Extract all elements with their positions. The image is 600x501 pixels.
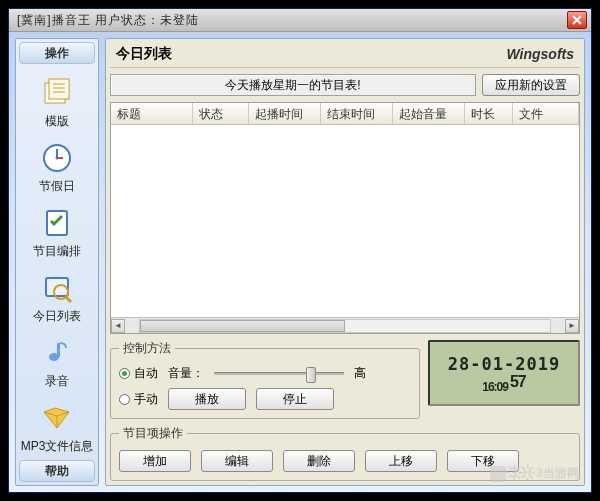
sidebar-items: 模版 节假日 节目编排 xyxy=(16,67,98,457)
move-down-button[interactable]: 下移 xyxy=(447,450,519,472)
radio-dot-icon xyxy=(119,394,130,405)
move-up-button[interactable]: 上移 xyxy=(365,450,437,472)
lcd-time: 16:09 57 xyxy=(482,374,526,393)
sidebar-item-mp3-info[interactable]: MP3文件信息 xyxy=(16,398,98,457)
sidebar-item-template[interactable]: 模版 xyxy=(16,73,98,132)
sidebar-item-today-list[interactable]: 今日列表 xyxy=(16,268,98,327)
radio-auto[interactable]: 自动 xyxy=(119,365,158,382)
schedule-icon xyxy=(39,205,75,241)
add-button[interactable]: 增加 xyxy=(119,450,191,472)
sidebar-item-label: 录音 xyxy=(45,373,69,390)
today-list-icon xyxy=(39,270,75,306)
svg-line-12 xyxy=(66,297,71,302)
program-table: 标题 状态 起播时间 结束时间 起始音量 时长 文件 ◄ ► xyxy=(110,102,580,334)
lower-section: 控制方法 自动 音量： 高 xyxy=(110,340,580,419)
main-panel: 今日列表 Wingsofts 今天播放星期一的节目表! 应用新的设置 标题 状态… xyxy=(105,38,585,486)
brand-label: Wingsofts xyxy=(506,46,574,62)
lcd-time-seconds: 57 xyxy=(510,374,526,390)
holiday-icon xyxy=(39,140,75,176)
lcd-date: 28-01-2019 xyxy=(448,354,560,374)
svg-rect-1 xyxy=(49,79,69,99)
table-body xyxy=(111,125,579,317)
svg-rect-14 xyxy=(57,343,60,357)
sidebar-item-label: 节目编排 xyxy=(33,243,81,260)
radio-manual[interactable]: 手动 xyxy=(119,391,158,408)
svg-point-8 xyxy=(56,157,59,160)
col-status[interactable]: 状态 xyxy=(193,103,249,124)
radio-manual-label: 手动 xyxy=(134,391,158,408)
close-icon xyxy=(572,15,582,25)
horizontal-scrollbar[interactable]: ◄ ► xyxy=(111,317,579,333)
sidebar-item-holiday[interactable]: 节假日 xyxy=(16,138,98,197)
sidebar-item-label: 节假日 xyxy=(39,178,75,195)
volume-high-label: 高 xyxy=(354,365,366,382)
sidebar-item-record[interactable]: 录音 xyxy=(16,333,98,392)
stop-button[interactable]: 停止 xyxy=(256,388,334,410)
col-start-time[interactable]: 起播时间 xyxy=(249,103,321,124)
col-title[interactable]: 标题 xyxy=(111,103,193,124)
col-file[interactable]: 文件 xyxy=(513,103,579,124)
sidebar-item-label: 模版 xyxy=(45,113,69,130)
template-icon xyxy=(39,75,75,111)
lcd-time-main: 16:09 xyxy=(482,381,508,393)
apply-settings-button[interactable]: 应用新的设置 xyxy=(482,74,580,96)
record-icon xyxy=(39,335,75,371)
control-legend: 控制方法 xyxy=(119,340,175,357)
radio-dot-icon xyxy=(119,368,130,379)
item-ops-section: 节目项操作 增加 编辑 删除 上移 下移 xyxy=(110,425,580,481)
panel-title: 今日列表 xyxy=(116,45,172,63)
lcd-clock: 28-01-2019 16:09 57 xyxy=(428,340,580,406)
window-title: [冀南]播音王 用户状态：未登陆 xyxy=(13,12,567,29)
control-method-group: 控制方法 自动 音量： 高 xyxy=(110,340,420,419)
sidebar-item-label: 今日列表 xyxy=(33,308,81,325)
sidebar-header[interactable]: 操作 xyxy=(19,42,95,64)
today-message: 今天播放星期一的节目表! xyxy=(110,74,476,96)
sidebar-item-schedule[interactable]: 节目编排 xyxy=(16,203,98,262)
radio-auto-label: 自动 xyxy=(134,365,158,382)
titlebar: [冀南]播音王 用户状态：未登陆 xyxy=(9,9,591,32)
item-ops-group: 节目项操作 增加 编辑 删除 上移 下移 xyxy=(110,425,580,481)
play-button[interactable]: 播放 xyxy=(168,388,246,410)
info-bar: 今天播放星期一的节目表! 应用新的设置 xyxy=(110,74,580,96)
mp3-info-icon xyxy=(39,400,75,436)
client-area: 操作 模版 节假日 xyxy=(9,32,591,492)
sidebar: 操作 模版 节假日 xyxy=(15,38,99,486)
panel-header: 今日列表 Wingsofts xyxy=(110,43,580,68)
volume-slider[interactable] xyxy=(214,366,344,382)
scroll-right-arrow[interactable]: ► xyxy=(565,319,579,333)
volume-label: 音量： xyxy=(168,365,204,382)
slider-thumb[interactable] xyxy=(306,367,316,383)
sidebar-footer[interactable]: 帮助 xyxy=(19,460,95,482)
col-end-time[interactable]: 结束时间 xyxy=(321,103,393,124)
app-window: [冀南]播音王 用户状态：未登陆 操作 模版 xyxy=(8,8,592,493)
table-header: 标题 状态 起播时间 结束时间 起始音量 时长 文件 xyxy=(111,103,579,125)
close-button[interactable] xyxy=(567,11,587,29)
col-start-volume[interactable]: 起始音量 xyxy=(393,103,465,124)
delete-button[interactable]: 删除 xyxy=(283,450,355,472)
scroll-thumb[interactable] xyxy=(140,320,345,332)
sidebar-item-label: MP3文件信息 xyxy=(21,438,94,455)
col-duration[interactable]: 时长 xyxy=(465,103,513,124)
scroll-left-arrow[interactable]: ◄ xyxy=(111,319,125,333)
edit-button[interactable]: 编辑 xyxy=(201,450,273,472)
ops-legend: 节目项操作 xyxy=(119,425,187,442)
